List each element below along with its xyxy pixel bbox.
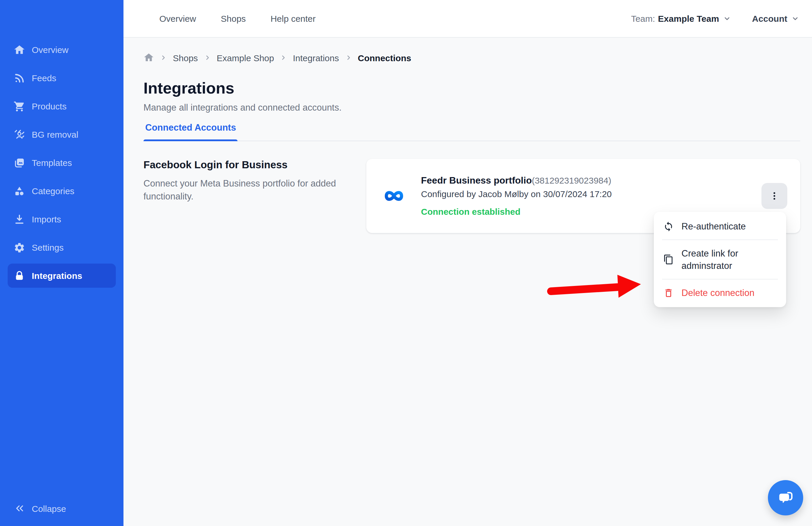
integration-info: Facebook Login for Business Connect your… — [144, 159, 349, 203]
sidebar-item-label: Settings — [32, 242, 63, 252]
meta-logo — [381, 188, 406, 204]
collapse-label: Collapse — [32, 503, 66, 513]
content-area: Shops Example Shop Integrations Connecti… — [124, 38, 812, 526]
connection-context-menu: Re-authenticate Create link for adminstr… — [654, 212, 786, 307]
team-label: Team: — [631, 14, 655, 24]
categories-icon — [14, 185, 25, 197]
sidebar-item-label: Products — [32, 101, 67, 111]
tab-connected-accounts[interactable]: Connected Accounts — [144, 123, 238, 141]
sidebar-collapse-button[interactable]: Collapse — [8, 500, 116, 516]
menu-item-delete-connection[interactable]: Delete connection — [654, 280, 786, 306]
app-window: Overview Feeds Products — [0, 0, 812, 526]
breadcrumb: Shops Example Shop Integrations Connecti… — [144, 52, 800, 63]
topnav-links: Overview Shops Help center — [159, 14, 316, 24]
topnav-shops-link[interactable]: Shops — [221, 14, 246, 24]
main-area: Overview Shops Help center Team: Example… — [124, 0, 812, 526]
trash-icon — [663, 287, 674, 298]
cart-icon — [14, 100, 25, 112]
templates-icon — [14, 157, 25, 169]
menu-item-reauthenticate[interactable]: Re-authenticate — [654, 213, 786, 240]
sidebar-item-label: Imports — [32, 214, 61, 224]
breadcrumb-example-shop[interactable]: Example Shop — [217, 53, 274, 63]
connection-account-id: (381292319023984) — [532, 175, 611, 185]
sidebar: Overview Feeds Products — [0, 0, 124, 526]
chevron-right-icon — [160, 54, 167, 61]
chevron-right-icon — [345, 54, 352, 61]
sidebar-item-label: Overview — [32, 45, 69, 55]
sidebar-item-label: BG removal — [32, 129, 78, 140]
topnav-help-center-link[interactable]: Help center — [271, 14, 316, 24]
home-icon[interactable] — [144, 52, 154, 63]
chat-widget-button[interactable] — [768, 480, 803, 515]
gear-icon — [14, 242, 25, 253]
chat-bubbles-icon — [776, 488, 795, 507]
sidebar-item-products[interactable]: Products — [8, 94, 116, 118]
rss-icon — [14, 72, 25, 84]
breadcrumb-integrations[interactable]: Integrations — [293, 53, 339, 63]
menu-item-create-admin-link[interactable]: Create link for adminstrator — [654, 240, 786, 279]
sidebar-item-categories[interactable]: Categories — [8, 179, 116, 203]
sidebar-item-templates[interactable]: Templates — [8, 151, 116, 175]
refresh-icon — [663, 221, 674, 231]
connection-status: Connection established — [421, 207, 612, 216]
breadcrumb-shops[interactable]: Shops — [173, 53, 198, 63]
sidebar-item-label: Categories — [32, 186, 74, 196]
topnav-overview-link[interactable]: Overview — [159, 14, 196, 24]
vertical-ellipsis-icon — [769, 190, 780, 201]
bg-removal-icon — [14, 129, 25, 140]
top-navigation: Overview Shops Help center Team: Example… — [124, 0, 812, 38]
connection-name: Feedr Business portfolio — [421, 175, 532, 185]
chevron-right-icon — [280, 54, 287, 61]
connection-details: Feedr Business portfolio(381292319023984… — [421, 175, 612, 216]
sidebar-item-label: Templates — [32, 158, 72, 168]
chevron-down-icon — [792, 15, 799, 23]
account-label: Account — [752, 14, 787, 24]
account-menu[interactable]: Account — [752, 14, 799, 24]
chevron-right-icon — [204, 54, 211, 61]
menu-item-label: Delete connection — [681, 286, 754, 299]
copy-icon — [663, 254, 674, 265]
page-title: Integrations — [144, 78, 800, 98]
menu-item-label: Re-authenticate — [681, 220, 746, 232]
team-name: Example Team — [658, 14, 719, 24]
sidebar-item-feeds[interactable]: Feeds — [8, 66, 116, 90]
sidebar-item-settings[interactable]: Settings — [8, 235, 116, 259]
connection-actions-button[interactable] — [762, 183, 787, 209]
tab-bar: Connected Accounts — [144, 123, 800, 141]
connection-name-row: Feedr Business portfolio(381292319023984… — [421, 175, 612, 186]
double-chevron-left-icon — [14, 502, 25, 514]
lock-icon — [14, 270, 25, 282]
download-icon — [14, 213, 25, 225]
sidebar-item-integrations[interactable]: Integrations — [8, 264, 116, 288]
home-icon — [14, 44, 25, 56]
sidebar-item-overview[interactable]: Overview — [8, 38, 116, 62]
topnav-right: Team: Example Team Account — [631, 14, 812, 24]
connection-configured-by: Configured by Jacob Mølby on 30/07/2024 … — [421, 189, 612, 199]
chevron-down-icon — [723, 15, 731, 23]
sidebar-item-label: Feeds — [32, 73, 56, 83]
sidebar-item-label: Integrations — [32, 271, 82, 281]
team-selector[interactable]: Team: Example Team — [631, 14, 731, 24]
integration-heading: Facebook Login for Business — [144, 159, 349, 171]
breadcrumb-connections: Connections — [358, 53, 411, 63]
menu-item-label: Create link for adminstrator — [681, 247, 777, 272]
page-subtitle: Manage all integrations and connected ac… — [144, 102, 800, 113]
integration-description: Connect your Meta Business portfolio for… — [144, 177, 349, 203]
sidebar-item-bg-removal[interactable]: BG removal — [8, 123, 116, 146]
sidebar-item-imports[interactable]: Imports — [8, 207, 116, 231]
